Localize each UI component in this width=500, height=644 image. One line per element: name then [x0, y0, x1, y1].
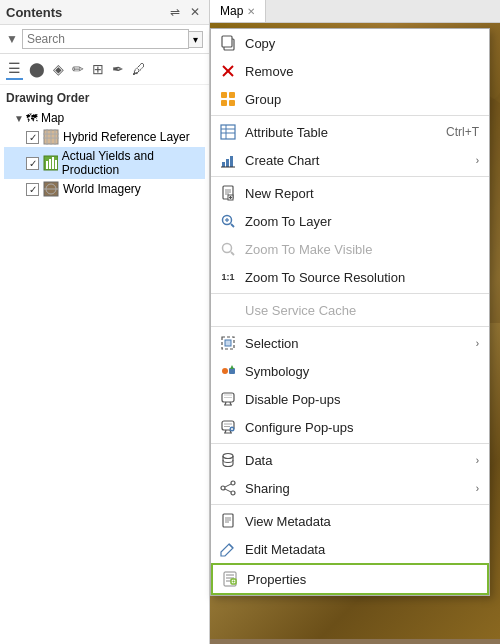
svg-line-38: [231, 224, 234, 227]
properties-icon: [221, 570, 239, 588]
sharing-arrow: ›: [476, 483, 479, 494]
search-bar: ▼ ▾: [0, 25, 209, 54]
create-chart-label: Create Chart: [245, 153, 472, 168]
menu-item-create-chart[interactable]: Create Chart ›: [211, 146, 489, 174]
service-cache-icon: [219, 301, 237, 319]
grid-icon[interactable]: ⊞: [90, 59, 106, 79]
menu-item-disable-popups[interactable]: Disable Pop-ups: [211, 385, 489, 413]
svg-rect-18: [221, 92, 227, 98]
menu-item-attribute-table[interactable]: Attribute Table Ctrl+T: [211, 118, 489, 146]
sep-5: [211, 443, 489, 444]
actual-yields-icon: [43, 155, 58, 171]
svg-rect-22: [221, 125, 235, 139]
svg-rect-15: [222, 36, 232, 47]
layer-world-imagery[interactable]: ✓ World Imagery: [4, 179, 205, 199]
svg-point-64: [231, 481, 235, 485]
filter-icon: ▼: [6, 32, 18, 46]
group-label: Group: [245, 92, 479, 107]
svg-point-66: [231, 491, 235, 495]
draw-icon[interactable]: ✒: [110, 59, 126, 79]
menu-item-group[interactable]: Group: [211, 85, 489, 113]
svg-point-41: [223, 244, 232, 253]
menu-item-properties[interactable]: Properties: [211, 563, 489, 595]
map-icon: 🗺: [26, 112, 37, 124]
disable-popups-label: Disable Pop-ups: [245, 392, 479, 407]
map-root-label: Map: [41, 111, 64, 125]
close-icon[interactable]: ✕: [187, 4, 203, 20]
symbology-label: Symbology: [245, 364, 479, 379]
svg-rect-7: [46, 161, 48, 169]
menu-item-sharing[interactable]: Sharing ›: [211, 474, 489, 502]
svg-rect-20: [221, 100, 227, 106]
menu-item-copy[interactable]: Copy: [211, 29, 489, 57]
layer-actual-yields[interactable]: ✓ Actual Yields and Production: [4, 147, 205, 179]
menu-item-zoom-to-layer[interactable]: Zoom To Layer: [211, 207, 489, 235]
svg-rect-9: [52, 157, 54, 169]
new-report-icon: [219, 184, 237, 202]
attribute-table-label: Attribute Table: [245, 125, 436, 140]
hybrid-checkbox[interactable]: ✓: [26, 131, 39, 144]
header-icons: ⇌ ✕: [167, 4, 203, 20]
svg-rect-27: [226, 159, 229, 167]
hybrid-label: Hybrid Reference Layer: [63, 130, 190, 144]
menu-item-edit-metadata[interactable]: Edit Metadata: [211, 535, 489, 563]
layer-hybrid[interactable]: ✓ Hybrid Reference Layer: [4, 127, 205, 147]
zoom-visible-icon: [219, 240, 237, 258]
properties-label: Properties: [247, 572, 477, 587]
map-tab-label: Map: [220, 4, 243, 18]
edit-icon[interactable]: ✏: [70, 59, 86, 79]
svg-line-67: [225, 484, 231, 487]
map-tab-item[interactable]: Map ✕: [210, 0, 266, 22]
pin-icon[interactable]: ⇌: [167, 4, 183, 20]
svg-rect-28: [230, 156, 233, 167]
zoom-source-label: Zoom To Source Resolution: [245, 270, 479, 285]
world-imagery-checkbox[interactable]: ✓: [26, 183, 39, 196]
context-menu: Copy Remove Group: [210, 28, 490, 596]
expand-arrow: ▼: [14, 113, 24, 124]
svg-rect-8: [49, 159, 51, 169]
filter-icon2[interactable]: ◈: [51, 59, 66, 79]
zoom-to-layer-icon: [219, 212, 237, 230]
cylinder-icon[interactable]: ⬤: [27, 59, 47, 79]
menu-item-selection[interactable]: Selection ›: [211, 329, 489, 357]
svg-point-63: [223, 454, 233, 459]
zoom-to-layer-label: Zoom To Layer: [245, 214, 479, 229]
svg-line-73: [229, 544, 233, 548]
svg-line-68: [225, 489, 231, 492]
attribute-table-icon: [219, 123, 237, 141]
menu-item-remove[interactable]: Remove: [211, 57, 489, 85]
menu-item-new-report[interactable]: New Report: [211, 179, 489, 207]
extra-icon[interactable]: 🖊: [130, 59, 148, 79]
list-view-icon[interactable]: ☰: [6, 58, 23, 80]
search-input[interactable]: [22, 29, 189, 49]
svg-rect-21: [229, 100, 235, 106]
menu-item-symbology[interactable]: Symbology: [211, 357, 489, 385]
menu-item-configure-popups[interactable]: Configure Pop-ups: [211, 413, 489, 441]
contents-panel: Contents ⇌ ✕ ▼ ▾ ☰ ⬤ ◈ ✏ ⊞ ✒ 🖊 Drawing O…: [0, 0, 210, 644]
layer-tree: Drawing Order ▼ 🗺 Map ✓ Hybrid Reference…: [0, 85, 209, 205]
zoom-source-icon: 1:1: [219, 268, 237, 286]
menu-item-view-metadata[interactable]: View Metadata: [211, 507, 489, 535]
group-icon: [219, 90, 237, 108]
create-chart-arrow: ›: [476, 155, 479, 166]
data-icon: [219, 451, 237, 469]
disable-popups-icon: [219, 390, 237, 408]
sharing-label: Sharing: [245, 481, 472, 496]
actual-yields-checkbox[interactable]: ✓: [26, 157, 39, 170]
world-imagery-icon: [43, 181, 59, 197]
copy-label: Copy: [245, 36, 479, 51]
sharing-icon: [219, 479, 237, 497]
edit-metadata-label: Edit Metadata: [245, 542, 479, 557]
create-chart-icon: [219, 151, 237, 169]
copy-icon: [219, 34, 237, 52]
menu-item-data[interactable]: Data ›: [211, 446, 489, 474]
svg-point-45: [222, 368, 228, 374]
map-root-item[interactable]: ▼ 🗺 Map: [4, 109, 205, 127]
sep-6: [211, 504, 489, 505]
map-tab-close-icon[interactable]: ✕: [247, 6, 255, 17]
data-label: Data: [245, 453, 472, 468]
menu-item-zoom-source[interactable]: 1:1 Zoom To Source Resolution: [211, 263, 489, 291]
search-dropdown[interactable]: ▾: [189, 31, 203, 48]
remove-icon: [219, 62, 237, 80]
selection-arrow: ›: [476, 338, 479, 349]
